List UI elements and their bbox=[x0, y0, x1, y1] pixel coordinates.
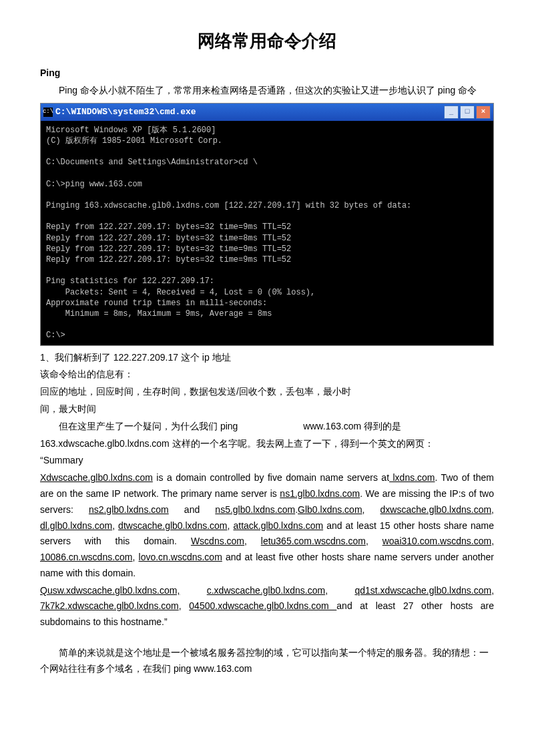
t4: and bbox=[169, 504, 216, 515]
link-dxws: dxwscache.glb0.lxdns.com bbox=[380, 504, 492, 515]
intro-text: Ping 命令从小就不陌生了，常常用来检查网络是否通路，但这次的实验让又进一步地… bbox=[40, 83, 494, 99]
t23: , bbox=[179, 600, 190, 611]
link-ns2: ns2.glb0.lxdns.com bbox=[89, 504, 169, 515]
cmd-title: C:\WINDOWS\system32\cmd.exe bbox=[55, 105, 443, 120]
summary-label: “Summary bbox=[40, 453, 494, 469]
t20 bbox=[180, 585, 206, 596]
link-glb0: Glb0.lxdns.com bbox=[298, 504, 362, 515]
t21: , bbox=[325, 585, 354, 596]
cmd-terminal[interactable]: Microsoft Windows XP [版本 5.1.2600] (C) 版… bbox=[41, 121, 493, 345]
link-lxdns: lxdns.com bbox=[389, 472, 435, 483]
t11: , bbox=[366, 536, 382, 546]
section-heading-ping: Ping bbox=[40, 65, 494, 81]
line-5a: 但在这里产生了一个疑问，为什么我们 ping bbox=[59, 421, 238, 431]
cmd-titlebar: c:\ C:\WINDOWS\system32\cmd.exe _ □ × bbox=[41, 104, 493, 121]
link-dl: dl.glb0.lxdns.com bbox=[40, 520, 112, 531]
link-c: c.xdwscache.glb0.lxdns.com bbox=[207, 585, 325, 596]
link-7k7k2: 7k7k2.xdwscache.glb0.lxdns.com bbox=[40, 600, 179, 611]
summary-para-2: Qusw.xdwscache.glb0.lxdns.com, c.xdwscac… bbox=[40, 583, 494, 630]
link-xdwscache: Xdwscache.glb0.lxdns.com bbox=[40, 472, 153, 483]
link-10086: 10086.cn.wscdns.com bbox=[40, 552, 133, 562]
link-04500: 04500.xdwscache.glb0.lxdns.com bbox=[189, 600, 336, 611]
link-ns5: ns5.glb0.lxdns.com bbox=[215, 504, 295, 515]
link-attack: attack.glb0.lxdns.com bbox=[233, 520, 323, 531]
link-letu365: letu365.com.wscdns.com bbox=[261, 536, 366, 546]
cmd-icon: c:\ bbox=[43, 108, 53, 117]
link-woai310: woai310.com.wscdns.com bbox=[382, 536, 491, 546]
cmd-window: c:\ C:\WINDOWS\system32\cmd.exe _ □ × Mi… bbox=[40, 103, 494, 346]
summary-para-1: Xdwscache.glb0.lxdns.com is a domain con… bbox=[40, 470, 494, 582]
page-title: 网络常用命令介绍 bbox=[40, 27, 494, 56]
link-qusw: Qusw.xdwscache.glb0.lxdns.com, bbox=[40, 585, 180, 596]
t6: , bbox=[491, 504, 494, 515]
t1: is a domain controlled by five domain na… bbox=[153, 472, 389, 483]
link-qd1st: qd1st.xdwscache.glb0.lxdns.com bbox=[354, 585, 491, 596]
tail-text: 简单的来说就是这个地址是一个被域名服务器控制的域，它可以指向某一个特定的服务器。… bbox=[40, 645, 494, 677]
line-5: 但在这里产生了一个疑问，为什么我们 ping www.163.com 得到的是 bbox=[40, 419, 494, 435]
close-button[interactable]: × bbox=[476, 106, 491, 119]
t13: , bbox=[133, 552, 139, 562]
t5: , bbox=[362, 504, 380, 515]
link-wscdns: Wscdns.com bbox=[191, 536, 244, 546]
line-3: 回应的地址，回应时间，生存时间，数据包发送/回收个数，丢包率，最小时 bbox=[40, 384, 494, 400]
line-2: 该命令给出的信息有： bbox=[40, 367, 494, 383]
t12: , bbox=[491, 536, 494, 546]
window-controls: _ □ × bbox=[443, 106, 491, 119]
line-6: 163.xdwscache.glb0.lxdns.com 这样的一个名字呢。我去… bbox=[40, 436, 494, 452]
link-lovo: lovo.cn.wscdns.com bbox=[139, 552, 222, 562]
link-ns1: ns1.glb0.lxdns.com bbox=[280, 488, 360, 499]
t22: , bbox=[491, 585, 494, 596]
link-dtws: dtwscache.glb0.lxdns.com bbox=[118, 520, 227, 531]
t7: , bbox=[112, 520, 118, 531]
line-5b: www.163.com 得到的是 bbox=[303, 421, 401, 431]
minimize-button[interactable]: _ bbox=[444, 106, 459, 119]
line-4: 间，最大时间 bbox=[40, 401, 494, 417]
line-1: 1、我们解析到了 122.227.209.17 这个 ip 地址 bbox=[40, 350, 494, 366]
t10: , bbox=[244, 536, 261, 546]
maximize-button[interactable]: □ bbox=[460, 106, 475, 119]
